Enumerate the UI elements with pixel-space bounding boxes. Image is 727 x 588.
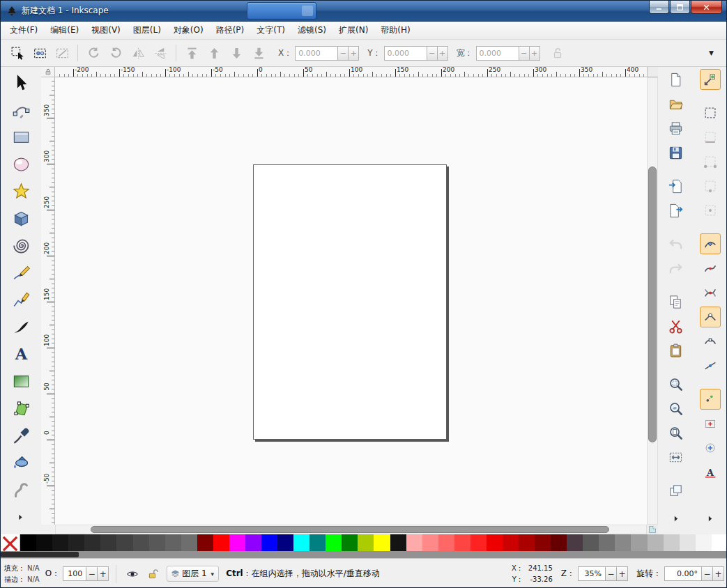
palette-swatch[interactable] [20, 534, 36, 551]
x-field[interactable]: 0.000 [295, 46, 338, 61]
star-tool[interactable] [8, 179, 34, 203]
menu-item-help[interactable]: 帮助(H) [374, 22, 416, 39]
ime-toolbar[interactable] [247, 2, 316, 20]
palette-swatch[interactable] [374, 534, 390, 551]
palette-swatch[interactable] [197, 534, 213, 551]
close-button[interactable] [691, 1, 722, 14]
menu-item-edit[interactable]: 编辑(E) [44, 22, 85, 39]
copy-button[interactable] [666, 291, 687, 312]
palette-swatch[interactable] [326, 534, 342, 551]
rotation-decrease-button[interactable]: − [702, 566, 713, 581]
lower-to-bottom-button[interactable] [248, 42, 269, 63]
snap-overflow-button[interactable] [705, 514, 714, 523]
snap-to-paths-button[interactable] [700, 258, 721, 279]
snap-text-baseline-button[interactable]: A [700, 462, 721, 483]
layer-selector[interactable]: 图层 1 ▾ [167, 566, 219, 582]
palette-swatch[interactable] [503, 534, 519, 551]
ruler-corner-button[interactable] [647, 67, 658, 77]
export-button[interactable] [666, 200, 687, 221]
rotate-cw-button[interactable] [105, 42, 126, 63]
horizontal-ruler[interactable]: -200-150-100-50050100150200250300350400 [55, 67, 647, 77]
y-field-decrease[interactable]: − [427, 46, 438, 61]
bucket-fill-tool[interactable] [8, 451, 34, 474]
zoom-page-button[interactable] [666, 422, 687, 443]
palette-swatch[interactable] [519, 534, 535, 551]
palette-swatch[interactable] [358, 534, 374, 551]
palette-swatch[interactable] [696, 534, 712, 551]
select-all-layers-button[interactable] [29, 42, 50, 63]
snap-bbox-corners-button[interactable] [700, 151, 721, 172]
palette-swatch[interactable] [712, 534, 727, 551]
print-button[interactable] [666, 118, 687, 139]
selector-tool[interactable] [8, 70, 34, 94]
menu-item-view[interactable]: 视图(V) [85, 22, 127, 39]
x-field-increase[interactable]: + [349, 46, 359, 61]
cut-button[interactable] [666, 316, 687, 336]
snap-bbox-centers-button[interactable] [700, 200, 721, 221]
palette-swatch[interactable] [680, 534, 696, 551]
y-field[interactable]: 0.000 [384, 46, 427, 61]
snap-object-centers-button[interactable] [700, 413, 721, 434]
undo-button[interactable] [666, 233, 687, 254]
gradient-tool[interactable] [8, 369, 34, 393]
palette-swatch[interactable] [277, 534, 293, 551]
zoom-increase-button[interactable]: + [617, 566, 628, 581]
tweak-tool[interactable] [8, 478, 34, 502]
snap-bbox-edge-midpoints-button[interactable] [700, 176, 721, 196]
rotate-ccw-button[interactable] [83, 42, 104, 63]
palette-swatch[interactable] [599, 534, 615, 551]
calligraphy-tool[interactable] [8, 315, 34, 339]
opacity-decrease-button[interactable]: − [86, 566, 98, 581]
spiral-tool[interactable] [8, 233, 34, 257]
horizontal-scrollbar[interactable] [55, 525, 647, 534]
snap-nodes-button[interactable] [700, 233, 721, 254]
snap-rotation-centers-button[interactable] [700, 438, 721, 458]
select-all-button[interactable] [7, 42, 28, 63]
bezier-tool[interactable] [8, 288, 34, 311]
palette-swatch[interactable] [470, 534, 487, 551]
menu-item-path[interactable]: 路径(P) [210, 22, 251, 39]
flip-horizontal-button[interactable] [128, 42, 148, 63]
palette-swatch[interactable] [116, 534, 132, 551]
palette-swatch[interactable] [309, 534, 326, 551]
palette-swatch[interactable] [181, 534, 197, 551]
palette-swatch[interactable] [567, 534, 583, 551]
duplicate-window-button[interactable] [666, 480, 687, 501]
deselect-button[interactable] [52, 42, 72, 63]
connector-tool[interactable] [8, 396, 34, 420]
ellipse-tool[interactable] [8, 152, 34, 176]
palette-swatch[interactable] [487, 534, 503, 551]
palette-swatch[interactable] [551, 534, 567, 551]
palette-swatch[interactable] [261, 534, 277, 551]
color-profile-toggle[interactable] [647, 525, 658, 534]
menu-item-extensions[interactable]: 扩展(N) [332, 22, 374, 39]
zoom-field[interactable]: 35% [578, 566, 606, 581]
title-bar[interactable]: 新建文档 1 - Inkscape [1, 1, 727, 22]
rectangle-tool[interactable] [8, 125, 34, 148]
palette-none-swatch[interactable] [1, 534, 20, 551]
minimize-button[interactable] [649, 1, 669, 14]
menu-item-filters[interactable]: 滤镜(S) [291, 22, 332, 39]
vertical-ruler[interactable]: 350300250200150100500-50 [41, 77, 55, 525]
horizontal-scrollbar-thumb[interactable] [91, 526, 609, 533]
layer-lock-toggle[interactable] [144, 566, 162, 582]
maximize-button[interactable] [670, 1, 690, 14]
flip-vertical-button[interactable] [150, 42, 171, 63]
opacity-increase-button[interactable]: + [98, 566, 109, 581]
canvas[interactable] [55, 77, 647, 525]
menu-item-object[interactable]: 对象(O) [167, 22, 210, 39]
redo-button[interactable] [666, 258, 687, 279]
width-field[interactable]: 0.000 [476, 46, 519, 61]
palette-swatch[interactable] [615, 534, 631, 551]
palette-scrollbar-thumb[interactable] [1, 552, 79, 557]
zoom-selection-button[interactable] [666, 373, 687, 394]
layer-visibility-toggle[interactable] [123, 566, 141, 582]
palette-swatch[interactable] [390, 534, 406, 551]
palette-scrollbar[interactable] [1, 551, 727, 558]
width-field-increase[interactable]: + [530, 46, 540, 61]
lock-ratio-button[interactable] [547, 42, 568, 63]
snap-others-button[interactable] [700, 389, 721, 410]
rotation-increase-button[interactable]: + [713, 566, 724, 581]
new-document-button[interactable] [666, 69, 687, 90]
raise-to-top-button[interactable] [181, 42, 202, 63]
